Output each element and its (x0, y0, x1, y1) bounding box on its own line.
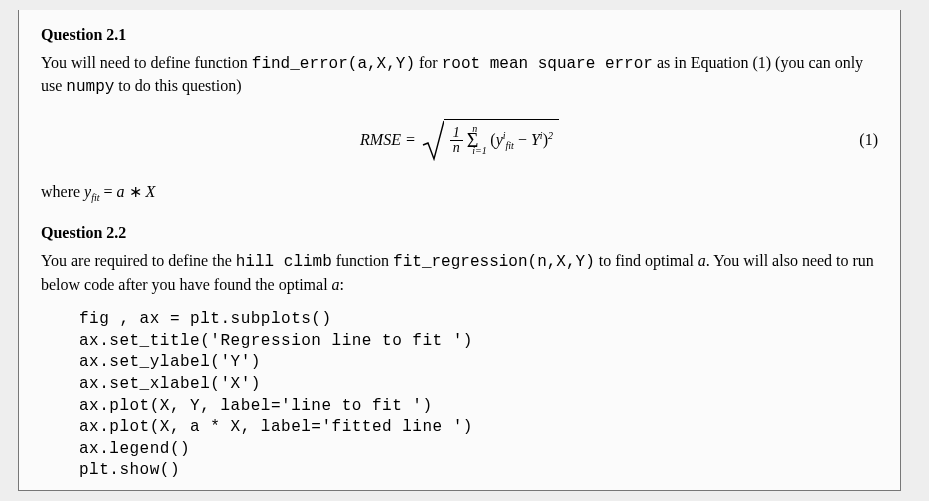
page: Question 2.1 You will need to define fun… (0, 0, 929, 501)
sigma-top: n (472, 124, 477, 134)
fraction: 1 n (450, 126, 463, 155)
where-X: X (146, 183, 156, 200)
q2-text-2: function (332, 252, 393, 269)
minus: − (514, 131, 531, 148)
q1-title: Question 2.1 (41, 24, 878, 46)
equation-number: (1) (859, 129, 878, 151)
q1-text-4: to do this question) (114, 77, 241, 94)
q2-text-1: You are required to define the (41, 252, 236, 269)
sq-term: (yifit − Yi)2 (490, 129, 553, 151)
Yi-Y: Y (531, 131, 540, 148)
q2-fn: fit_regression(n,X,Y) (393, 253, 595, 271)
frac-num: 1 (450, 126, 463, 141)
where-clause: where yfit = a ∗ X (41, 181, 878, 203)
where-label: where (41, 183, 84, 200)
q2-hill: hill climb (236, 253, 332, 271)
where-a: a (117, 183, 125, 200)
q2-text-5: : (340, 276, 344, 293)
q1-text-2: for (415, 54, 442, 71)
equation-row: RMSE = 1 n Σ n i=1 (41, 113, 878, 167)
yfit-sub: fit (506, 141, 514, 152)
q2-text-3: to find optimal (595, 252, 698, 269)
yfit-y: y (496, 131, 503, 148)
sigma: Σ n i=1 (467, 130, 479, 150)
frac-den: n (450, 141, 463, 155)
sqrt: 1 n Σ n i=1 (yifit − Yi)2 (422, 119, 559, 161)
q1-numpy: numpy (66, 78, 114, 96)
q2-a: a (698, 252, 706, 269)
square: 2 (548, 130, 553, 141)
question-panel: Question 2.1 You will need to define fun… (18, 10, 901, 491)
q1-fn: find_error(a,X,Y) (252, 55, 415, 73)
sigma-bot: i=1 (472, 146, 487, 156)
where-y-sub: fit (91, 192, 99, 203)
q1-rmse-label: root mean square error (442, 55, 653, 73)
radicand: 1 n Σ n i=1 (yifit − Yi)2 (444, 119, 559, 159)
q2-paragraph: You are required to define the hill clim… (41, 250, 878, 295)
yfit-sup: i (503, 130, 506, 141)
rmse-equation: RMSE = 1 n Σ n i=1 (360, 119, 559, 161)
q1-paragraph: You will need to define function find_er… (41, 52, 878, 99)
q2-a2: a (332, 276, 340, 293)
where-eq: = (100, 183, 117, 200)
code-block: fig , ax = plt.subplots() ax.set_title('… (79, 309, 878, 482)
rmse-lhs: RMSE = (360, 129, 416, 151)
q2-title: Question 2.2 (41, 222, 878, 244)
radical-icon (422, 119, 444, 161)
where-ast: ∗ (125, 183, 146, 200)
q1-text-1: You will need to define function (41, 54, 252, 71)
